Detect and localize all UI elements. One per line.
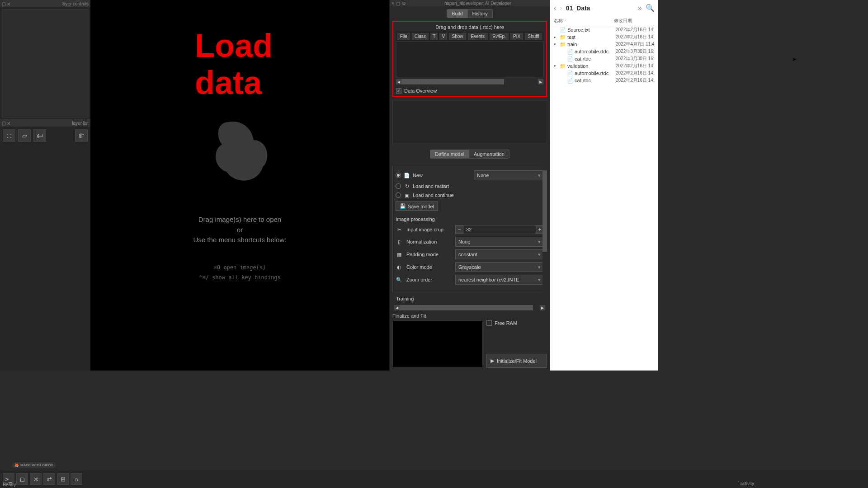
transpose-button[interactable]: ⇄ (43, 473, 55, 485)
grid-button[interactable]: ⊞ (57, 473, 69, 485)
data-col-t[interactable]: T (430, 33, 438, 40)
item-date: 2022年2月16日 14: (616, 70, 656, 76)
color-mode-dropdown[interactable]: Grayscale (455, 262, 544, 272)
scroll-left-icon[interactable]: ◀ (394, 305, 400, 310)
status-text: Ready (3, 482, 16, 487)
roll-button[interactable]: ⤭ (30, 473, 42, 485)
padding-dropdown[interactable]: constant (455, 249, 544, 259)
item-name: automobile.rtdc (575, 49, 614, 54)
undock-icon[interactable]: ▢ (2, 1, 6, 6)
label-tool[interactable]: 🏷 (33, 129, 46, 142)
data-col-class[interactable]: Class (411, 33, 429, 40)
share-icon[interactable]: » (638, 4, 642, 12)
config-icon[interactable]: ⚙ (402, 1, 406, 6)
finalize-preview (392, 320, 483, 368)
data-table-body (396, 41, 543, 77)
tab-define-model[interactable]: Define model (430, 150, 469, 159)
file-item[interactable]: 📄automobile.rtdc2022年3月30日 16: (550, 48, 658, 55)
new-label: New (413, 173, 423, 178)
save-model-button[interactable]: 💾 Save model (396, 202, 438, 211)
disclosure-icon[interactable]: ▸ (554, 35, 558, 39)
close-icon[interactable]: ⨯ (7, 121, 10, 126)
drop-hint-line1: Drag image(s) here to open (90, 215, 389, 225)
tab-augmentation[interactable]: Augmentation (469, 150, 509, 159)
file-item[interactable]: 📄automobile.rtdc2022年2月16日 14: (550, 70, 658, 77)
item-name: test (567, 34, 614, 40)
activity-indicator[interactable]: ˆactivity (738, 481, 754, 486)
free-ram-checkbox[interactable] (486, 320, 492, 326)
nav-back-icon[interactable]: ‹ (554, 4, 556, 12)
hscroll-track[interactable] (401, 79, 538, 84)
data-col-ev/ep.[interactable]: Ev/Ep. (489, 33, 509, 40)
load-restart-label: Load and restart (413, 183, 449, 189)
item-date: 2022年2月16日 14: (616, 34, 656, 40)
layer-list-title: layer list (72, 121, 89, 126)
normalization-dropdown[interactable]: None (455, 237, 544, 247)
ndisplay-button[interactable]: ◻ (16, 473, 28, 485)
file-icon: 📄 (567, 77, 573, 84)
padding-icon: ▦ (396, 252, 403, 258)
data-col-events[interactable]: Events (467, 33, 488, 40)
file-item[interactable]: 📄cat.rtdc2022年2月16日 14: (550, 77, 658, 84)
file-icon: 📄 (567, 56, 573, 62)
training-label: Training (396, 296, 543, 301)
search-icon[interactable]: 🔍 (646, 4, 655, 12)
data-col-show[interactable]: Show (448, 33, 467, 40)
radio-load-restart[interactable] (396, 183, 401, 189)
points-tool[interactable]: ⸬ (3, 129, 15, 142)
tab-build[interactable]: Build (447, 9, 467, 18)
folder-item[interactable]: ▾📁validation2022年2月16日 14: (550, 62, 658, 70)
crop-decrement[interactable]: − (455, 225, 463, 234)
undock-icon[interactable]: ▢ (396, 1, 400, 6)
file-item[interactable]: 📄cat.rtdc2022年3月30日 16: (550, 55, 658, 62)
disclosure-icon[interactable]: ▾ (554, 64, 558, 68)
scroll-right-icon[interactable]: ▶ (540, 305, 545, 310)
color-mode-label: Color mode (406, 264, 452, 270)
overview-preview (392, 100, 547, 144)
shortcut-open: ⌘O open image(s) (90, 263, 389, 272)
save-icon: 💾 (400, 203, 406, 209)
initialize-fit-button[interactable]: ▶ Initialize/Fit Model (486, 354, 547, 368)
tab-history[interactable]: History (468, 9, 493, 18)
data-drop-zone[interactable]: Drag and drop data (.rtdc) here FileClas… (392, 21, 547, 97)
new-model-dropdown[interactable]: None (474, 170, 544, 180)
drop-hint-line2: or (90, 225, 389, 235)
finder-col-date[interactable]: 修改日期 (614, 18, 655, 24)
model-hscroll[interactable] (400, 305, 540, 310)
polygon-tool[interactable]: ▱ (18, 129, 31, 142)
data-overview-checkbox[interactable]: ✓ (396, 88, 401, 94)
model-vscroll[interactable] (542, 166, 547, 301)
zoom-order-label: Zoom order (406, 277, 452, 282)
scroll-right-icon[interactable]: ▶ (538, 79, 543, 84)
mouse-cursor: ➤ (792, 56, 797, 62)
radio-new[interactable] (396, 173, 401, 178)
disclosure-icon[interactable]: ▾ (554, 42, 558, 47)
data-col-file[interactable]: File (397, 33, 410, 40)
delete-tool[interactable]: 🗑 (75, 129, 88, 142)
undock-icon[interactable]: ▢ (2, 121, 6, 126)
nav-forward-icon[interactable]: › (560, 4, 562, 12)
data-col-shuffl[interactable]: Shuffl (524, 33, 542, 40)
close-icon[interactable]: × (392, 1, 394, 6)
data-col-pix[interactable]: PIX (510, 33, 524, 40)
item-date: 2022年2月16日 14: (616, 63, 656, 69)
radio-load-continue[interactable] (396, 192, 401, 198)
folder-item[interactable]: ▸📁test2022年2月16日 14: (550, 33, 658, 41)
load-continue-label: Load and continue (413, 192, 454, 198)
file-item[interactable]: 📄Source.txt2022年2月16日 14: (550, 26, 658, 33)
data-col-v[interactable]: V (439, 33, 448, 40)
color-icon: ◐ (396, 264, 403, 270)
crop-value[interactable]: 32 (463, 225, 536, 234)
shortcut-keys: ⌃⌘/ show all key bindings (90, 273, 389, 282)
scroll-left-icon[interactable]: ◀ (396, 79, 401, 84)
zoom-order-dropdown[interactable]: nearest neighbor (cv2.INTE (455, 275, 544, 285)
home-button[interactable]: ⌂ (71, 473, 82, 485)
folder-item[interactable]: ▾📁train2022年4月7日 11:4 (550, 41, 658, 48)
drop-data-label: Drag and drop data (.rtdc) here (396, 24, 543, 30)
layer-controls-panel (2, 9, 89, 117)
canvas-viewer[interactable]: Load data Drag image(s) here to open or … (90, 0, 389, 371)
dock-title: napari_aideveloper: AI Developer (408, 1, 548, 6)
finder-col-name[interactable]: 名称 ˆ (554, 18, 614, 24)
close-icon[interactable]: ⨯ (7, 1, 10, 6)
item-date: 2022年2月16日 14: (616, 27, 656, 33)
